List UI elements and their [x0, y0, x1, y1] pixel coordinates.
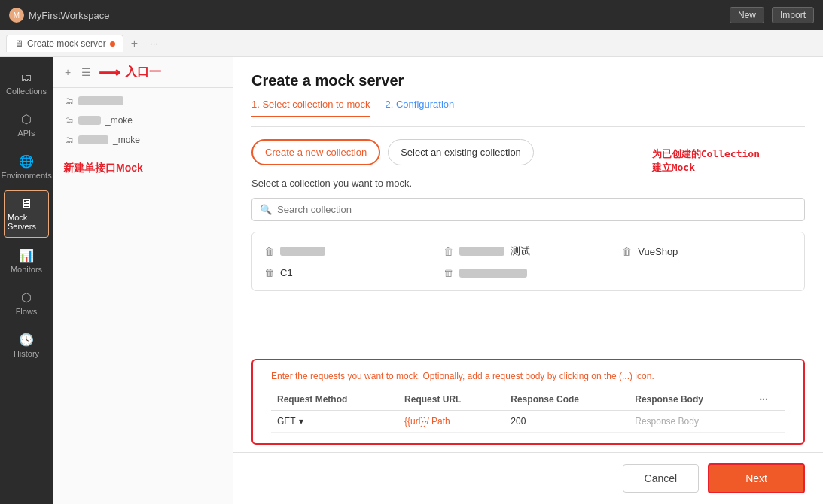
requests-table: Request Method Request URL Response Code… — [271, 389, 785, 433]
next-button[interactable]: Next — [708, 463, 805, 493]
cancel-button[interactable]: Cancel — [623, 464, 700, 493]
filter-button[interactable]: ☰ — [78, 65, 94, 80]
list-item[interactable]: 🗑 C1 — [264, 267, 434, 278]
create-new-collection-button[interactable]: Create a new collection — [251, 139, 380, 165]
content-header: Create a mock server 1. Select collectio… — [233, 57, 823, 139]
avatar: M — [9, 8, 24, 23]
add-collection-button[interactable]: + — [62, 65, 74, 80]
step-1[interactable]: 1. Select collection to mock — [251, 99, 370, 117]
left-panel: + ☰ ⟶ 入口一 🗂 🗂 _moke 🗂 _moke 新建单接口Mock — [53, 57, 233, 504]
collection-name-blur — [78, 96, 123, 105]
collection-icon: 🗑 — [622, 246, 632, 257]
sidebar-item-apis[interactable]: ⬡ APIs — [4, 106, 49, 144]
col-header-more: ··· — [753, 389, 785, 411]
sidebar: 🗂 Collections ⬡ APIs 🌐 Environments 🖥 Mo… — [0, 57, 53, 504]
list-item[interactable]: 🗂 _moke — [53, 130, 233, 150]
sidebar-item-monitors[interactable]: 📊 Monitors — [4, 242, 49, 280]
monitors-icon: 📊 — [19, 248, 34, 263]
collection-name-blur — [459, 247, 504, 256]
list-item[interactable]: 🗑 VueShop — [622, 244, 792, 258]
server-icon: 🖥 — [14, 38, 23, 49]
requests-hint: Enter the requests you want to mock. Opt… — [271, 371, 785, 381]
search-collection-input[interactable] — [277, 204, 797, 215]
sidebar-item-history[interactable]: 🕓 History — [4, 326, 49, 364]
collection-icon: 🗂 — [65, 96, 74, 106]
list-item[interactable]: 🗑 — [264, 244, 434, 258]
unsaved-dot — [110, 41, 115, 47]
list-item[interactable]: 🗂 _moke — [53, 111, 233, 130]
mock-servers-icon: 🖥 — [20, 197, 32, 211]
new-button[interactable]: New — [730, 7, 764, 23]
collection-icon: 🗂 — [65, 135, 74, 145]
bottom-bar: Cancel Next — [233, 452, 823, 504]
collection-name-blur — [78, 116, 101, 125]
tab-more-button[interactable]: ··· — [145, 38, 163, 49]
import-button[interactable]: Import — [772, 7, 814, 23]
existing-annotation: 为已创建的Collection 建立Mock — [652, 147, 760, 175]
collection-icon: 🗑 — [444, 267, 453, 278]
col-header-url: Request URL — [398, 389, 504, 411]
sidebar-item-flows[interactable]: ⬡ Flows — [4, 284, 49, 322]
collection-name-blur — [78, 135, 108, 144]
list-item[interactable]: 🗑 — [444, 267, 614, 278]
table-row: GET ▾ {{url}}/ Path 200 Response Body — [271, 411, 785, 433]
code-cell[interactable]: 200 — [504, 411, 629, 433]
select-existing-collection-button[interactable]: Select an existing collection — [388, 139, 534, 165]
tab-add-button[interactable]: + — [126, 37, 142, 50]
method-select[interactable]: GET ▾ — [277, 416, 392, 427]
list-item[interactable] — [622, 267, 792, 278]
single-mock-annotation: 新建单接口Mock — [53, 153, 233, 184]
collection-name-suffix: _moke — [105, 115, 133, 126]
body-cell[interactable]: Response Body — [629, 411, 753, 433]
select-collection-text: Select a collection you want to mock. — [251, 178, 805, 189]
list-item[interactable]: 🗂 — [53, 91, 233, 111]
collection-list: 🗂 🗂 _moke 🗂 _moke — [53, 88, 233, 153]
collection-name-blur — [280, 247, 325, 256]
col-header-code: Response Code — [504, 389, 629, 411]
list-item[interactable]: 🗑 测试 — [444, 244, 614, 258]
collection-name: VueShop — [638, 246, 678, 257]
url-cell[interactable]: {{url}}/ Path — [398, 411, 504, 433]
flows-icon: ⬡ — [21, 290, 32, 305]
history-icon: 🕓 — [19, 332, 34, 347]
left-panel-header: + ☰ ⟶ 入口一 — [53, 57, 233, 88]
sidebar-item-collections[interactable]: 🗂 Collections — [4, 65, 49, 102]
collection-grid: 🗑 🗑 测试 🗑 VueShop 🗑 C1 � — [251, 232, 805, 291]
arrow-annotation: ⟶ — [99, 63, 120, 81]
step-2[interactable]: 2. Configuration — [386, 99, 455, 117]
more-options-icon[interactable]: ··· — [759, 393, 768, 405]
search-collection-box: 🔍 — [251, 198, 805, 221]
collection-icon: 🗑 — [264, 267, 274, 278]
collection-icon: 🗑 — [264, 246, 274, 257]
page-title: Create a mock server — [251, 72, 805, 90]
collection-name: C1 — [280, 267, 293, 278]
col-header-body: Response Body — [629, 389, 753, 411]
entry-annotation: 入口一 — [125, 65, 161, 80]
collection-name-suffix: _moke — [113, 135, 140, 145]
requests-box: Enter the requests you want to mock. Opt… — [251, 359, 805, 445]
search-icon: 🔍 — [260, 204, 272, 215]
sidebar-item-mock-servers[interactable]: 🖥 Mock Servers — [4, 190, 49, 238]
col-header-method: Request Method — [271, 389, 398, 411]
collection-icon: 🗂 — [65, 115, 74, 126]
chevron-down-icon: ▾ — [299, 416, 303, 427]
content-body: Create a new collection Select an existi… — [233, 139, 823, 359]
collections-icon: 🗂 — [20, 71, 32, 84]
workspace-name[interactable]: M MyFirstWorkspace — [9, 8, 109, 23]
apis-icon: ⬡ — [21, 112, 32, 126]
method-cell: GET ▾ — [271, 411, 398, 433]
tab-create-mock-server[interactable]: 🖥 Create mock server — [6, 35, 123, 52]
row-more-cell — [753, 411, 785, 433]
sidebar-item-environments[interactable]: 🌐 Environments — [4, 148, 49, 186]
environments-icon: 🌐 — [19, 154, 34, 169]
steps-bar: 1. Select collection to mock 2. Configur… — [251, 99, 805, 127]
content-area: Create a mock server 1. Select collectio… — [233, 57, 823, 504]
collection-icon: 🗑 — [444, 246, 453, 257]
collection-name: 测试 — [511, 244, 530, 258]
tab-bar: 🖥 Create mock server + ··· — [0, 30, 823, 57]
collection-name-blur — [459, 269, 527, 278]
